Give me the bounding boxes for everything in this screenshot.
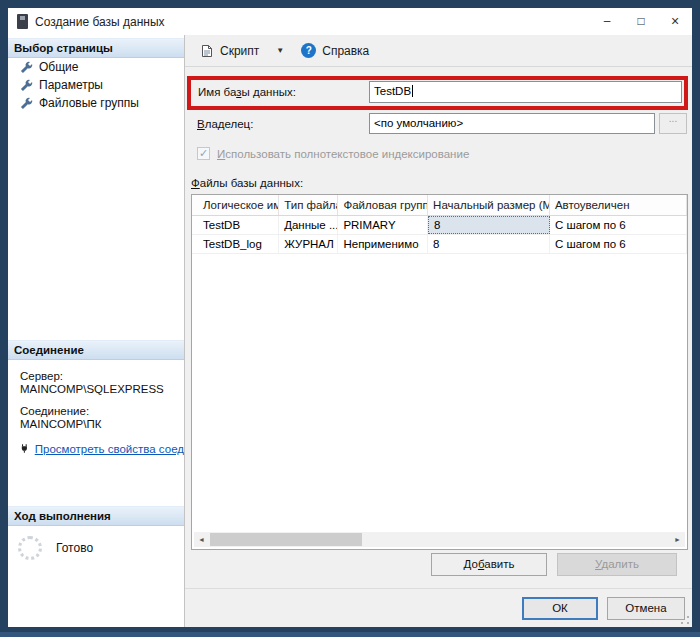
grid-cell[interactable]: С шагом по 6: [550, 216, 687, 234]
fulltext-label: Использовать полнотекстовое индексирован…: [217, 148, 469, 160]
dialog-window: Создание базы данных – □ × Выбор страниц…: [8, 8, 692, 627]
column-header: Логическое имя: [192, 195, 279, 215]
view-connection-properties-link[interactable]: Просмотреть свойства соед: [35, 443, 184, 455]
sidebar-item-options[interactable]: Параметры: [8, 76, 184, 94]
pages-section-header: Выбор страницы: [8, 38, 184, 58]
general-page-content: Имя базы данных: TestDB Владелец: <по ум…: [185, 67, 692, 627]
connection-value: MAINCOMP\ПК: [20, 418, 184, 430]
add-button[interactable]: Добавить: [431, 553, 547, 576]
ok-button[interactable]: ОК: [522, 597, 598, 620]
db-name-input[interactable]: TestDB: [369, 81, 682, 103]
fulltext-row: ✓ Использовать полнотекстовое индексиров…: [197, 147, 469, 160]
connection-label: Соединение:: [20, 405, 184, 417]
remove-button[interactable]: Удалить: [557, 553, 677, 576]
table-header-row: Логическое имя Тип файла Файловая группа…: [192, 195, 687, 216]
sidebar-item-label: Параметры: [39, 78, 103, 92]
text-caret: [412, 85, 413, 97]
connection-section-header: Соединение: [8, 340, 184, 360]
toolbar: Скрипт ▼ ? Справка: [185, 35, 692, 67]
scroll-left-icon[interactable]: ◄: [194, 532, 209, 547]
grid-cell-selected[interactable]: 8: [428, 216, 550, 234]
help-button-label: Справка: [322, 44, 369, 58]
grid-cell[interactable]: PRIMARY: [338, 216, 428, 234]
server-label: Сервер:: [20, 370, 184, 382]
grid-cell[interactable]: TestDB: [192, 216, 279, 234]
maximize-icon[interactable]: □: [624, 8, 658, 35]
table-row: TestDB Данные ... PRIMARY 8 С шагом по 6: [192, 216, 687, 235]
owner-label: Владелец:: [197, 118, 253, 130]
sidebar-item-filegroups[interactable]: Файловые группы: [8, 94, 184, 112]
footer-bar: ОК Отмена: [185, 588, 692, 627]
script-icon: [200, 44, 214, 58]
help-icon: ?: [301, 43, 316, 58]
column-header: Тип файла: [279, 195, 338, 215]
script-dropdown-icon[interactable]: ▼: [268, 46, 292, 55]
column-header: Начальный размер (МБ): [428, 195, 550, 215]
grid-cell[interactable]: С шагом по 6: [550, 235, 687, 253]
owner-input[interactable]: <по умолчанию>: [369, 113, 655, 134]
title-bar: Создание базы данных – □ ×: [8, 8, 692, 35]
sidebar: Выбор страницы Общие Параметры Файловые …: [8, 35, 185, 627]
scrollbar-thumb[interactable]: [210, 533, 362, 546]
wrench-icon: [20, 79, 33, 92]
main-panel: Скрипт ▼ ? Справка Имя базы данных: Test…: [185, 35, 692, 627]
server-value: MAINCOMP\SQLEXPRESS: [20, 383, 184, 395]
highlight-annotation: Имя базы данных: TestDB: [187, 76, 688, 110]
connection-section: Соединение Сервер: MAINCOMP\SQLEXPRESS С…: [8, 340, 184, 455]
owner-browse-button[interactable]: ...: [659, 113, 687, 134]
progress-spinner-icon: [18, 536, 42, 560]
column-header: Автоувеличен: [550, 195, 687, 215]
sidebar-item-label: Общие: [39, 60, 78, 74]
progress-status: Готово: [56, 541, 93, 555]
minimize-icon[interactable]: –: [590, 8, 624, 35]
grid-cell[interactable]: ЖУРНАЛ: [279, 235, 338, 253]
grid-cell[interactable]: 8: [428, 235, 550, 253]
column-header: Файловая группа: [338, 195, 428, 215]
help-button[interactable]: ? Справка: [296, 39, 374, 62]
files-label: Файлы базы данных:: [191, 177, 303, 189]
table-row: TestDB_log ЖУРНАЛ Неприменимо 8 С шагом …: [192, 235, 687, 254]
cancel-button[interactable]: Отмена: [607, 597, 685, 620]
screen-background: Создание базы данных – □ × Выбор страниц…: [0, 0, 700, 637]
app-icon: [17, 14, 28, 29]
close-icon[interactable]: ×: [658, 8, 692, 35]
grid-cell[interactable]: Неприменимо: [338, 235, 428, 253]
progress-section-header: Ход выполнения: [8, 506, 184, 526]
files-table: Логическое имя Тип файла Файловая группа…: [191, 194, 688, 550]
scroll-right-icon[interactable]: ►: [670, 532, 685, 547]
resize-grip[interactable]: [681, 616, 689, 624]
plug-icon: [20, 442, 29, 455]
wrench-icon: [20, 97, 33, 110]
page-selector-section: Выбор страницы Общие Параметры Файловые …: [8, 38, 184, 112]
window-title: Создание базы данных: [35, 15, 165, 29]
script-button[interactable]: Скрипт: [195, 40, 264, 62]
script-button-label: Скрипт: [220, 44, 259, 58]
wrench-icon: [20, 61, 33, 74]
sidebar-item-general[interactable]: Общие: [8, 58, 184, 76]
horizontal-scrollbar[interactable]: ◄ ►: [194, 532, 685, 547]
window-controls: – □ ×: [590, 8, 692, 35]
progress-section: Ход выполнения Готово: [8, 506, 184, 560]
fulltext-checkbox[interactable]: ✓: [197, 147, 210, 160]
grid-cell[interactable]: Данные ...: [279, 216, 338, 234]
sidebar-item-label: Файловые группы: [39, 96, 139, 110]
db-name-label: Имя базы данных:: [198, 86, 296, 98]
grid-cell[interactable]: TestDB_log: [192, 235, 279, 253]
